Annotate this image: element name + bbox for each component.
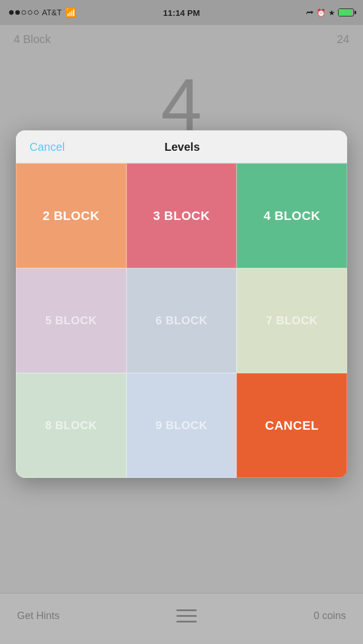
hamburger-line-2	[176, 615, 197, 617]
location-icon: ⮫	[306, 9, 314, 17]
dot-3	[22, 10, 26, 15]
modal-header: Cancel Levels	[16, 130, 347, 163]
level-cell-5[interactable]: 7 BLOCK	[237, 268, 347, 373]
menu-button[interactable]	[176, 609, 197, 622]
status-right: ⮫ ⏰ ★	[306, 9, 354, 17]
hamburger-line-3	[176, 621, 197, 622]
dot-4	[28, 10, 32, 15]
signal-dots	[9, 10, 39, 15]
modal-title: Levels	[164, 141, 200, 154]
bottom-bar: Get Hints 0 coins	[0, 593, 363, 644]
game-score: 24	[337, 33, 349, 46]
level-cell-2[interactable]: 4 BLOCK	[237, 163, 347, 268]
modal-cancel-button[interactable]: Cancel	[29, 141, 65, 154]
hamburger-line-1	[176, 609, 197, 611]
carrier-label: AT&T	[42, 8, 62, 17]
level-cell-1[interactable]: 3 BLOCK	[126, 163, 237, 268]
status-left: AT&T 📶	[9, 7, 77, 18]
bluetooth-icon: ★	[328, 9, 335, 17]
get-hints-button[interactable]: Get Hints	[17, 610, 60, 622]
battery-indicator	[338, 9, 354, 16]
coins-display: 0 coins	[314, 610, 346, 622]
level-grid: 2 BLOCK3 BLOCK4 BLOCK5 BLOCK6 BLOCK7 BLO…	[16, 163, 347, 478]
dot-5	[34, 10, 39, 15]
level-cell-0[interactable]: 2 BLOCK	[16, 163, 126, 268]
game-header: 4 Block 24	[0, 25, 363, 53]
wifi-icon: 📶	[65, 7, 77, 18]
level-cell-3[interactable]: 5 BLOCK	[16, 268, 126, 373]
battery-fill	[339, 9, 351, 16]
status-time: 11:14 PM	[163, 8, 200, 18]
levels-modal: Cancel Levels 2 BLOCK3 BLOCK4 BLOCK5 BLO…	[16, 130, 347, 478]
dot-2	[15, 10, 20, 15]
level-cell-6[interactable]: 8 BLOCK	[16, 373, 126, 478]
level-cell-7[interactable]: 9 BLOCK	[126, 373, 237, 478]
dot-1	[9, 10, 14, 15]
alarm-icon: ⏰	[316, 9, 326, 17]
level-cell-4[interactable]: 6 BLOCK	[126, 268, 237, 373]
level-cell-8[interactable]: CANCEL	[237, 373, 347, 478]
game-title: 4 Block	[14, 33, 51, 46]
status-bar: AT&T 📶 11:14 PM ⮫ ⏰ ★	[0, 0, 363, 25]
